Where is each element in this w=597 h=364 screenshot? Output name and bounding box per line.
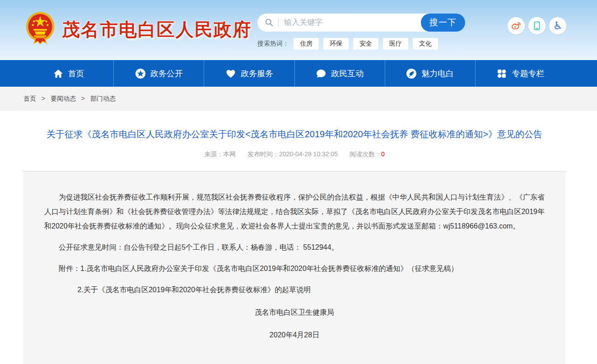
article-meta: 来源：本网 发布时间：2020-04-28 10:32:05 阅读次数：0 [23, 150, 565, 159]
site-brand[interactable]: 茂名市电白区人民政府 [25, 11, 252, 48]
search-icon [265, 18, 274, 27]
mobile-icon [532, 21, 542, 31]
main-nav-inner: 首页 政务公开 政务服务 政民互动 魅力电白 [23, 60, 565, 87]
nav-item-charm-dianbai[interactable]: 魅力电白 [385, 60, 476, 87]
search-button[interactable]: 搜一下 [421, 14, 465, 32]
nav-item-interaction[interactable]: 政民互动 [295, 60, 385, 87]
hot-words-row: 搜索热词： 住房 环保 安全 医疗 文化 [257, 38, 465, 50]
hot-words-label: 搜索热词： [257, 40, 289, 48]
search-input[interactable] [284, 18, 392, 27]
search-divider [278, 18, 279, 27]
hot-word-environment[interactable]: 环保 [323, 38, 349, 50]
page-header: 茂名市电白区人民政府 搜一下 搜索热词： 住房 环保 安全 医疗 文化 [0, 0, 597, 60]
nav-item-home[interactable]: 首页 [23, 60, 114, 87]
article-signature: 茂名市电白区卫生健康局 [44, 305, 545, 320]
main-nav: 首页 政务公开 政务服务 政民互动 魅力电白 [0, 60, 597, 87]
article-views: 阅读次数：0 [350, 150, 385, 158]
article-publish-time: 发布时间：2020-04-28 10:32:05 [247, 150, 338, 158]
breadcrumb-home[interactable]: 首页 [23, 95, 36, 102]
national-emblem-logo [25, 11, 56, 48]
hot-word-housing[interactable]: 住房 [294, 38, 319, 50]
star-circle-icon [135, 68, 146, 79]
article-paragraph: 公开征求意见时间：自公告刊登之日起5个工作日，联系人：杨春游，电话： 55129… [44, 240, 545, 255]
search-zone: 搜一下 搜索热词： 住房 环保 安全 医疗 文化 [257, 14, 465, 50]
article-body-panel: 为促进我区社会抚养费征收工作顺利开展，规范我区社会抚养费征收程序，保护公民的合法… [23, 171, 565, 364]
article-views-count: 0 [381, 150, 385, 158]
article-paragraph: 为促进我区社会抚养费征收工作顺利开展，规范我区社会抚养费征收程序，保护公民的合法… [44, 190, 545, 233]
heart-icon [225, 68, 236, 79]
nav-label: 政务公开 [150, 68, 183, 79]
breadcrumb-separator: > [81, 95, 85, 102]
nav-item-special-topics[interactable]: 专题专栏 [476, 60, 565, 87]
compass-circle-icon [406, 68, 417, 79]
breadcrumb-bar: 首页 > 要闻动态 > 部门动态 [0, 87, 597, 111]
weibo-icon [511, 20, 522, 31]
nav-label: 首页 [68, 68, 84, 79]
grid-icon [496, 68, 507, 79]
breadcrumb-department-news[interactable]: 部门动态 [90, 95, 116, 102]
article-date: 2020年4月28日 [44, 328, 545, 342]
hot-word-safety[interactable]: 安全 [353, 38, 378, 50]
nav-label: 政务服务 [241, 68, 273, 79]
accessibility-link[interactable]: ♿ [549, 17, 566, 34]
breadcrumb: 首页 > 要闻动态 > 部门动态 [23, 95, 116, 103]
accessibility-icon: ♿ [553, 20, 563, 31]
nav-item-gov-services[interactable]: 政务服务 [204, 60, 294, 87]
nav-label: 专题专栏 [512, 68, 544, 79]
nav-item-gov-info[interactable]: 政务公开 [114, 60, 204, 87]
breadcrumb-separator: > [42, 95, 45, 102]
site-title: 茂名市电白区人民政府 [62, 17, 252, 42]
chat-bubble-icon [316, 68, 326, 79]
article-head: 关于征求《茂名市电白区人民政府办公室关于印发<茂名市电白区2019年和2020年… [23, 127, 565, 159]
search-bar: 搜一下 [257, 14, 465, 32]
weibo-link[interactable] [508, 17, 525, 34]
nav-label: 魅力电白 [421, 68, 454, 79]
article-paragraph-attachment-1: 附件：1.茂名市电白区人民政府办公室关于印发《茂名市电白区2019年和2020年… [44, 261, 545, 276]
mobile-version-link[interactable] [528, 17, 546, 34]
article-source: 来源：本网 [204, 150, 236, 158]
article-views-label: 阅读次数： [350, 150, 381, 158]
nav-label: 政民互动 [331, 68, 364, 79]
hot-word-medical[interactable]: 医疗 [383, 38, 408, 50]
breadcrumb-news[interactable]: 要闻动态 [51, 95, 76, 102]
home-icon [53, 68, 64, 79]
article-title: 关于征求《茂名市电白区人民政府办公室关于印发<茂名市电白区2019年和2020年… [23, 127, 565, 141]
article-paragraph-attachment-2: 2.关于《茂名市电白区2019年和2020年社会抚养费征收标准》的起草说明 [44, 283, 545, 297]
hot-word-culture[interactable]: 文化 [413, 38, 438, 50]
quick-icons: ♿ [504, 17, 566, 34]
